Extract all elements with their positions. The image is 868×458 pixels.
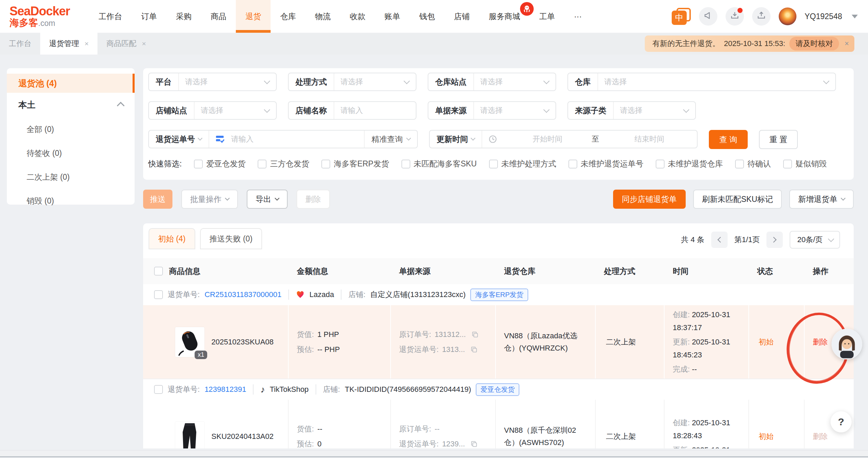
- nav-item-returns[interactable]: 退货: [236, 0, 271, 33]
- query-mode-select[interactable]: 精准查询: [365, 131, 417, 148]
- next-page-button[interactable]: [766, 232, 783, 248]
- user-avatar[interactable]: [779, 8, 796, 25]
- filter-doc-source[interactable]: 单据来源 请选择: [428, 101, 556, 120]
- copy-icon[interactable]: [470, 440, 478, 448]
- nav-item-logistics[interactable]: 物流: [305, 0, 340, 33]
- nav-item-workbench[interactable]: 工作台: [89, 0, 132, 33]
- language-switch-icon[interactable]: 中: [672, 8, 691, 25]
- quickfilter-pending-confirm[interactable]: 待确认: [735, 159, 771, 169]
- quickfilter-aiyacang[interactable]: 爱亚仓发货: [194, 159, 245, 169]
- quickfilter-suspected-destroy[interactable]: 疑似销毁: [783, 159, 827, 169]
- sidebar-item-pending-receipt[interactable]: 待签收 (0): [7, 145, 135, 162]
- filter-source-subtype[interactable]: 来源子类 请选择: [567, 101, 696, 120]
- filter-platform[interactable]: 平台 请选择: [148, 73, 277, 91]
- worktab-return-management[interactable]: 退货管理 ×: [40, 33, 97, 55]
- sync-store-returns-button[interactable]: 同步店铺退货单: [613, 190, 686, 209]
- export-share-button[interactable]: [752, 7, 771, 26]
- nav-item-purchase[interactable]: 采购: [166, 0, 201, 33]
- close-tab-icon[interactable]: ×: [142, 40, 146, 48]
- checkbox[interactable]: [568, 160, 577, 168]
- end-time-input[interactable]: 结束时间: [599, 134, 694, 144]
- quickfilter-third-party[interactable]: 三方仓发货: [258, 159, 309, 169]
- worktab-product-match[interactable]: 商品匹配 ×: [97, 33, 155, 55]
- delete-button[interactable]: 删除: [296, 190, 330, 209]
- horizontal-scrollbar[interactable]: [0, 450, 868, 458]
- help-button[interactable]: ?: [831, 411, 852, 432]
- copy-icon[interactable]: [471, 331, 479, 338]
- nav-more[interactable]: ···: [564, 0, 591, 33]
- checkbox[interactable]: [783, 160, 792, 168]
- row-checkbox[interactable]: [154, 290, 163, 299]
- quickfilter-erp-ship[interactable]: 海多客ERP发货: [321, 159, 389, 169]
- filter-warehouse-site[interactable]: 仓库站点 请选择: [428, 73, 556, 91]
- filter-update-time[interactable]: 更新时间 开始时间 至 结束时间: [429, 130, 698, 148]
- announcement-button[interactable]: [699, 7, 717, 26]
- prev-page-button[interactable]: [711, 232, 728, 248]
- reset-button[interactable]: 重 置: [759, 130, 798, 149]
- chevron-down-icon: [543, 106, 549, 113]
- quickfilter-unmatched-sku[interactable]: 未匹配海多客SKU: [401, 159, 477, 169]
- nav-item-tickets[interactable]: 工单: [530, 0, 564, 33]
- table-row[interactable]: SKU20240413A02 货值:-- 预估:0 原订单号:-- 退货运单号:…: [143, 400, 854, 448]
- tab-initial[interactable]: 初始 (4): [149, 228, 195, 249]
- return-order-link[interactable]: 1239812391: [204, 385, 246, 394]
- assistant-avatar[interactable]: [832, 329, 862, 359]
- handle-method: 二次上架: [606, 337, 664, 347]
- sidebar-group-local[interactable]: 本土: [7, 95, 135, 114]
- checkbox[interactable]: [321, 160, 330, 168]
- waybill-input[interactable]: 请输入: [225, 134, 364, 144]
- filter-handle-method[interactable]: 处理方式 请选择: [288, 73, 416, 91]
- nav-item-service-mall[interactable]: 服务商城: [479, 0, 530, 33]
- quickfilter-no-warehouse[interactable]: 未维护退货仓库: [656, 159, 723, 169]
- checkbox[interactable]: [258, 160, 267, 168]
- copy-icon[interactable]: [470, 346, 478, 353]
- filter-store-site[interactable]: 店铺站点 请选择: [148, 101, 277, 120]
- nav-item-warehouse[interactable]: 仓库: [271, 0, 305, 33]
- sidebar-item-return-pool[interactable]: 退货池 (4): [7, 74, 135, 93]
- search-button[interactable]: 查 询: [709, 130, 748, 149]
- checkbox[interactable]: [194, 160, 203, 168]
- brand-logo[interactable]: SeaDocker 海多客.com: [10, 5, 70, 28]
- sidebar-item-all[interactable]: 全部 (0): [7, 121, 135, 138]
- nav-item-orders[interactable]: 订单: [132, 0, 166, 33]
- export-button[interactable]: 导出: [247, 190, 288, 209]
- notification-action[interactable]: 请及时核对: [789, 37, 839, 50]
- filter-store-name[interactable]: 店铺名称 请输入: [288, 101, 416, 120]
- sidebar-item-relist[interactable]: 二次上架 (0): [7, 168, 135, 186]
- nav-item-bills[interactable]: 账单: [375, 0, 410, 33]
- table-header: 商品信息 金额信息 单据来源 退货仓库 处理方式 时间 状态 操作: [143, 258, 854, 284]
- worktab-workbench[interactable]: 工作台: [0, 33, 40, 55]
- batch-input-icon[interactable]: [215, 134, 225, 144]
- notification-close-icon[interactable]: ×: [844, 39, 849, 48]
- add-return-order-button[interactable]: 新增退货单: [789, 190, 854, 209]
- batch-actions-button[interactable]: 批量操作: [181, 190, 238, 209]
- nav-item-wallet[interactable]: 钱包: [410, 0, 444, 33]
- start-time-input[interactable]: 开始时间: [497, 134, 592, 144]
- delete-row-link[interactable]: 删除: [813, 431, 854, 442]
- page-size-select[interactable]: 20条/页: [790, 231, 840, 249]
- refresh-sku-marks-button[interactable]: 刷新未匹配SKU标记: [693, 190, 782, 209]
- user-menu-caret-icon[interactable]: [852, 15, 858, 18]
- import-button[interactable]: [726, 7, 744, 26]
- chevron-down-icon: [198, 136, 202, 141]
- select-all-checkbox[interactable]: [154, 267, 163, 276]
- filter-warehouse[interactable]: 仓库 请选择: [567, 73, 836, 91]
- checkbox[interactable]: [401, 160, 410, 168]
- nav-item-payments[interactable]: 收款: [340, 0, 375, 33]
- row-checkbox[interactable]: [154, 385, 163, 394]
- return-order-link[interactable]: CR2510311837000001: [204, 290, 281, 299]
- username[interactable]: YQ192548: [805, 12, 842, 21]
- nav-item-products[interactable]: 商品: [201, 0, 236, 33]
- checkbox[interactable]: [656, 160, 665, 168]
- quickfilter-no-method[interactable]: 未维护处理方式: [489, 159, 556, 169]
- quickfilter-no-waybill[interactable]: 未维护退货运单号: [568, 159, 643, 169]
- filter-return-waybill[interactable]: 退货运单号 请输入 精准查询: [148, 130, 418, 148]
- checkbox[interactable]: [489, 160, 498, 168]
- close-tab-icon[interactable]: ×: [85, 40, 89, 48]
- table-row[interactable]: x1 20251023SKUA08 货值:1 PHP 预估:-- PHP 原订单…: [143, 305, 854, 379]
- nav-item-stores[interactable]: 店铺: [444, 0, 479, 33]
- sidebar-item-destroy[interactable]: 销毁 (0): [7, 192, 135, 209]
- tab-push-failed[interactable]: 推送失败 (0): [200, 228, 262, 249]
- checkbox[interactable]: [735, 160, 744, 168]
- push-button[interactable]: 推送: [143, 190, 172, 209]
